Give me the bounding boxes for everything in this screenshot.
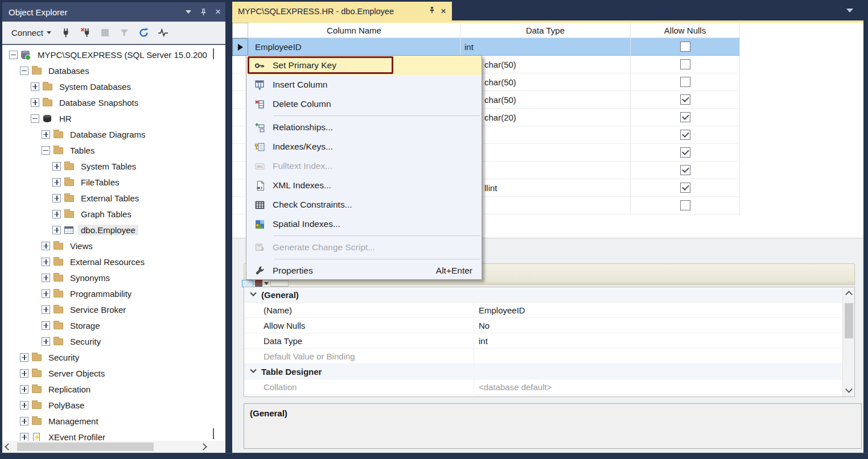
property-row-data-type[interactable]: Data Typeint	[244, 333, 843, 349]
column-name-cell[interactable]: EmployeeID	[248, 38, 460, 56]
scroll-left-icon[interactable]	[5, 443, 12, 450]
expand-icon[interactable]	[42, 290, 50, 298]
tree-item-external-resources[interactable]: External Resources	[2, 254, 225, 270]
menu-item-spatial-indexes[interactable]: Spatial Indexes...	[246, 214, 482, 234]
expand-icon[interactable]	[52, 226, 61, 234]
expand-icon[interactable]	[42, 305, 50, 314]
property-row-name[interactable]: (Name)EmployeeID	[244, 303, 843, 318]
tree-item-hr[interactable]: HR	[2, 110, 225, 126]
tree-item-database-snapshots[interactable]: Database Snapshots	[2, 94, 225, 110]
allow-nulls-checkbox[interactable]	[680, 165, 690, 175]
tree-item-management[interactable]: Management	[2, 413, 225, 429]
alphabetical-icon[interactable]	[255, 280, 262, 287]
allow-nulls-checkbox[interactable]	[680, 42, 690, 52]
tree-item-system-databases[interactable]: System Databases	[2, 78, 225, 94]
property-row-allow-nulls[interactable]: Allow NullsNo	[244, 318, 843, 333]
tree-item-service-broker[interactable]: Service Broker	[2, 301, 225, 317]
tab-list-chevron-icon[interactable]	[846, 9, 853, 13]
property-row-default-value-or-binding[interactable]: Default Value or Binding	[244, 349, 843, 364]
expand-icon[interactable]	[20, 385, 28, 394]
allow-nulls-checkbox[interactable]	[680, 77, 690, 87]
tree-horizontal-scrollbar[interactable]	[2, 441, 225, 453]
menu-item-xml-indexes[interactable]: XML Indexes...	[246, 176, 482, 195]
expand-icon[interactable]	[42, 321, 50, 330]
tree-item-security[interactable]: Security	[2, 349, 225, 365]
expand-icon[interactable]	[52, 162, 61, 171]
data-type-cell[interactable]	[460, 162, 631, 179]
document-tab[interactable]: MYPC\SQLEXPRESS.HR - dbo.Employee ×	[232, 2, 452, 20]
scroll-down-icon[interactable]	[845, 386, 853, 393]
property-value[interactable]	[474, 349, 843, 363]
menu-item-set-primary-key[interactable]: Set Primary Key	[246, 56, 482, 75]
scroll-right-icon[interactable]	[200, 443, 207, 450]
tree-item-polybase[interactable]: PolyBase	[2, 397, 225, 413]
refresh-icon[interactable]	[135, 25, 153, 41]
collapse-icon[interactable]	[20, 67, 28, 75]
data-type-cell[interactable]: llint	[460, 179, 631, 197]
activity-monitor-icon[interactable]	[155, 25, 172, 41]
collapse-icon[interactable]	[42, 146, 50, 155]
tree-item-mypc-sqlexpress-sql-server-15-0-200[interactable]: MYPC\SQLEXPRESS (SQL Server 15.0.200	[2, 47, 225, 63]
property-grid-scrollbar[interactable]	[842, 287, 854, 396]
tree-item-system-tables[interactable]: System Tables	[2, 158, 225, 174]
expand-icon[interactable]	[52, 194, 61, 202]
menu-item-properties[interactable]: PropertiesAlt+Enter	[246, 261, 482, 280]
tree-item-storage[interactable]: Storage	[2, 317, 225, 333]
expand-icon[interactable]	[20, 433, 28, 441]
property-value[interactable]: int	[474, 333, 843, 348]
categorized-icon[interactable]	[242, 280, 253, 287]
allow-nulls-checkbox[interactable]	[680, 130, 690, 140]
row-selector[interactable]	[232, 38, 248, 56]
disconnect-icon[interactable]	[77, 25, 94, 41]
expand-icon[interactable]	[42, 337, 50, 346]
window-position-icon[interactable]	[181, 6, 196, 18]
tree-item-databases[interactable]: Databases	[2, 63, 225, 78]
collapse-icon[interactable]	[9, 51, 18, 59]
data-type-cell[interactable]: char(50)	[460, 56, 631, 73]
allow-nulls-checkbox[interactable]	[680, 94, 690, 105]
property-row-collation[interactable]: Collation<database default>	[244, 379, 843, 395]
tree-item-graph-tables[interactable]: Graph Tables	[2, 206, 225, 222]
menu-item-relationships[interactable]: Relationships...	[246, 118, 482, 137]
expand-icon[interactable]	[20, 353, 28, 362]
expand-icon[interactable]	[31, 82, 39, 91]
data-type-cell[interactable]: char(50)	[460, 91, 631, 109]
data-type-cell[interactable]: char(50)	[460, 73, 631, 91]
menu-item-insert-column[interactable]: Insert Column	[246, 75, 482, 94]
property-value[interactable]: <database default>	[474, 379, 843, 394]
allow-nulls-checkbox[interactable]	[680, 59, 690, 69]
property-category-table-designer[interactable]: Table Designer	[244, 364, 843, 379]
tree-item-server-objects[interactable]: Server Objects	[2, 365, 225, 381]
tree-item-tables[interactable]: Tables	[2, 142, 225, 158]
expand-icon[interactable]	[42, 130, 50, 139]
pin-icon[interactable]	[196, 6, 211, 18]
scrollbar-thumb[interactable]	[17, 443, 154, 451]
expand-icon[interactable]	[52, 178, 61, 187]
tree-item-external-tables[interactable]: External Tables	[2, 190, 225, 206]
data-type-cell[interactable]: char(20)	[460, 109, 631, 126]
allow-nulls-checkbox[interactable]	[680, 147, 690, 158]
tree-item-database-diagrams[interactable]: Database Diagrams	[2, 126, 225, 142]
tab-pin-icon[interactable]	[428, 6, 436, 16]
expand-icon[interactable]	[42, 258, 50, 266]
property-category-general[interactable]: (General)	[244, 287, 843, 303]
property-value[interactable]: No	[474, 318, 843, 333]
tab-close-icon[interactable]: ×	[441, 6, 446, 17]
scroll-up-icon[interactable]	[845, 291, 853, 298]
expand-icon[interactable]	[52, 210, 61, 218]
data-type-cell[interactable]	[460, 144, 631, 162]
tree-item-synonyms[interactable]: Synonyms	[2, 270, 225, 286]
tree-item-dbo-employee[interactable]: dbo.Employee	[2, 222, 225, 238]
scrollbar-thumb[interactable]	[845, 303, 853, 338]
connect-button[interactable]: Connect	[7, 26, 56, 40]
toolbar-dropdown-icon[interactable]	[264, 282, 269, 285]
tree-item-programmability[interactable]: Programmability	[2, 286, 225, 301]
allow-nulls-checkbox[interactable]	[680, 200, 690, 210]
expand-icon[interactable]	[20, 401, 28, 410]
data-type-cell[interactable]: int	[460, 38, 631, 56]
menu-item-check-constraints[interactable]: Check Constraints...	[246, 195, 482, 214]
collapse-icon[interactable]	[31, 114, 39, 123]
connect-object-icon[interactable]	[58, 25, 75, 41]
close-icon[interactable]: ×	[211, 6, 225, 18]
tree-item-filetables[interactable]: FileTables	[2, 174, 225, 190]
